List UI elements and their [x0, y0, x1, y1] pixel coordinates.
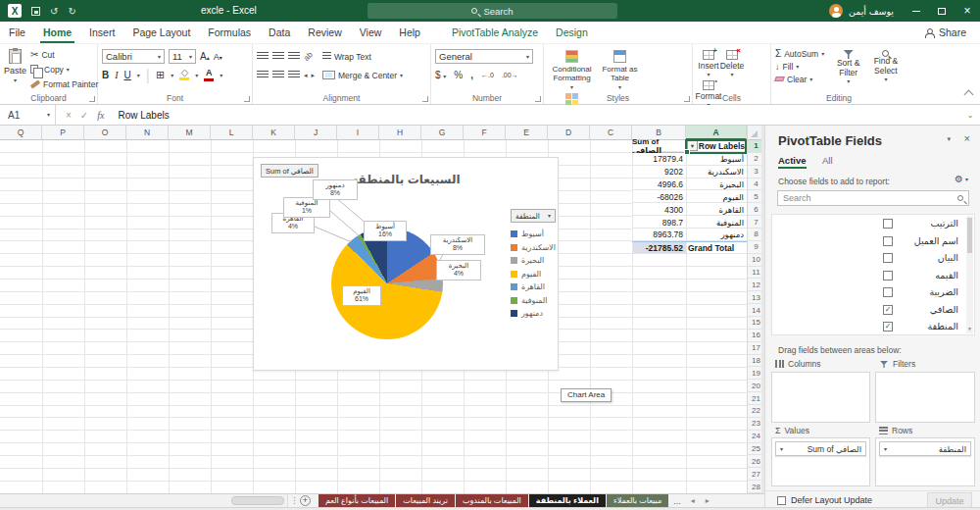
autosum-button[interactable]: ΣAutoSum▾	[775, 47, 828, 60]
column-header-L[interactable]: L	[211, 126, 253, 140]
ribbon-tab-formulas[interactable]: Formulas	[199, 22, 260, 43]
undo-icon[interactable]: ↺	[50, 6, 58, 17]
percent-style-button[interactable]: %	[454, 70, 463, 80]
cut-button[interactable]: ✂Cut	[30, 47, 98, 62]
values-area-box[interactable]: ▾Sum of الصافي	[771, 437, 870, 486]
bold-button[interactable]: B	[102, 70, 109, 80]
ribbon-tab-home[interactable]: Home	[34, 22, 80, 43]
tab-scroll-right-icon[interactable]: ▸	[701, 494, 714, 507]
field-checkbox[interactable]: ✓	[883, 322, 893, 332]
sheet-tab-4[interactable]: العملاء بالمنطقة	[529, 494, 606, 507]
close-button[interactable]: ×	[955, 0, 980, 22]
delete-cells-button[interactable]: × Delete▾	[720, 47, 744, 77]
ribbon-tab-review[interactable]: Review	[299, 22, 350, 43]
field-checkbox[interactable]	[883, 287, 893, 297]
field-checkbox[interactable]	[883, 219, 893, 229]
rows-area-box[interactable]: ▾المنطقة	[875, 437, 975, 486]
orientation-icon[interactable]: ab	[302, 50, 315, 63]
underline-button[interactable]: U	[124, 70, 131, 80]
fields-search-input[interactable]: Search	[777, 190, 969, 206]
insert-cells-button[interactable]: + Insert▾	[697, 47, 720, 77]
column-header-I[interactable]: I	[337, 126, 379, 140]
save-icon[interactable]	[31, 7, 40, 16]
pane-tab-all[interactable]: All	[822, 155, 833, 166]
align-center-icon[interactable]	[272, 71, 284, 79]
filters-area-box[interactable]	[875, 372, 975, 423]
field-checkbox[interactable]: ✓	[883, 305, 893, 315]
column-header-N[interactable]: N	[126, 126, 169, 140]
font-size-combobox[interactable]: 11▾	[169, 49, 196, 64]
align-bottom-icon[interactable]	[288, 52, 300, 61]
wrap-text-button[interactable]: Wrap Text	[322, 49, 371, 64]
decrease-indent-icon[interactable]: ◂	[304, 72, 308, 79]
column-header-G[interactable]: G	[421, 126, 464, 140]
merge-center-button[interactable]: Merge & Center▾	[322, 68, 403, 82]
ribbon-tab-help[interactable]: Help	[390, 22, 429, 43]
defer-layout-checkbox[interactable]: Defer Layout Update	[777, 495, 872, 505]
comma-style-button[interactable]: ,	[470, 70, 473, 80]
borders-button[interactable]: ⊞	[156, 70, 165, 80]
paste-button[interactable]: Paste▾	[4, 47, 26, 91]
copy-button[interactable]: Copy▾	[30, 62, 98, 76]
columns-area-box[interactable]	[771, 372, 870, 423]
scroll-down-icon[interactable]: ▼	[966, 325, 973, 333]
column-header-A[interactable]: A	[686, 126, 747, 140]
field-checkbox[interactable]	[883, 271, 893, 280]
insert-function-icon[interactable]: fx	[97, 110, 104, 121]
sheet-tab-3[interactable]: المبيعات بالمندوب	[456, 494, 528, 507]
column-header-O[interactable]: O	[84, 126, 126, 140]
horizontal-scrollbar-thumb[interactable]	[231, 496, 284, 505]
decrease-decimal-button[interactable]: .00→	[502, 72, 518, 78]
pivot-chart[interactable]: Sum of الصافي السبيعات بالمنطقه أسيوط16%…	[253, 157, 559, 371]
tab-splitter-icon[interactable]: ⋮	[290, 494, 299, 507]
field-item-1[interactable]: الترتيب	[772, 215, 974, 232]
chart-legend-field-button[interactable]: المنطقة▾	[511, 209, 556, 223]
find-select-button[interactable]: Find & Select▾	[869, 47, 903, 85]
minimize-button[interactable]	[904, 0, 929, 22]
align-middle-icon[interactable]	[272, 52, 284, 61]
search-box[interactable]: Search	[368, 3, 617, 19]
ribbon-tab-file[interactable]: File	[0, 22, 34, 43]
sheet-tab-5[interactable]: مبيعات بالعملاء	[607, 494, 668, 507]
ribbon-tab-design[interactable]: Design	[547, 22, 597, 43]
pane-close-icon[interactable]: ×	[964, 132, 970, 144]
column-header-J[interactable]: J	[295, 126, 337, 140]
expand-formula-bar-icon[interactable]: ⌄	[960, 105, 980, 125]
grow-font-button[interactable]: A▴	[200, 51, 210, 62]
conditional-formatting-button[interactable]: Conditional Formatting▾	[548, 47, 596, 90]
format-painter-button[interactable]: Format Painter	[30, 76, 98, 91]
pane-tab-active[interactable]: Active	[778, 155, 807, 166]
name-box[interactable]: A1▾	[0, 105, 56, 125]
new-sheet-button[interactable]: +	[300, 495, 311, 506]
ribbon-tab-page-layout[interactable]: Page Layout	[123, 22, 199, 43]
column-header-C[interactable]: C	[590, 126, 632, 140]
field-item-5[interactable]: الضريبة	[772, 283, 974, 301]
number-format-combobox[interactable]: General▾	[435, 49, 533, 64]
column-header-P[interactable]: P	[42, 126, 84, 140]
font-color-button[interactable]: A	[204, 69, 214, 81]
spreadsheet-grid[interactable]: QPONMLKJIHGFEDCBA12345678910111213141516…	[0, 126, 764, 493]
column-header-F[interactable]: F	[464, 126, 506, 140]
column-header-E[interactable]: E	[506, 126, 548, 140]
sheet-tab-2[interactable]: تريند المبيعات	[396, 494, 455, 507]
share-button[interactable]: Share	[911, 22, 980, 43]
font-family-combobox[interactable]: Calibri▾	[102, 49, 165, 64]
tab-scroll-left-icon[interactable]: ◂	[686, 494, 700, 507]
field-item-4[interactable]: القيمه	[772, 267, 974, 284]
tools-gear-icon[interactable]: ⚙▾	[955, 174, 968, 184]
shrink-font-button[interactable]: A▾	[214, 52, 222, 62]
fill-color-button[interactable]	[179, 70, 189, 80]
align-right-icon[interactable]	[288, 71, 300, 79]
horizontal-scrollbar[interactable]	[0, 494, 288, 507]
pane-options-icon[interactable]: ▾	[947, 135, 951, 143]
row-labels-filter-icon[interactable]: ▼	[687, 140, 698, 151]
column-header-H[interactable]: H	[379, 126, 421, 140]
field-checkbox[interactable]	[883, 253, 893, 263]
accounting-format-button[interactable]: $ ▾	[435, 70, 446, 80]
column-header-M[interactable]: M	[169, 126, 211, 140]
enter-icon[interactable]: ✓	[80, 110, 88, 121]
column-header-D[interactable]: D	[548, 126, 590, 140]
more-sheets-indicator[interactable]: ...	[669, 494, 685, 507]
sheet-tab-1[interactable]: المبيعات بأنواع العم	[318, 494, 395, 507]
align-left-icon[interactable]	[257, 71, 269, 79]
